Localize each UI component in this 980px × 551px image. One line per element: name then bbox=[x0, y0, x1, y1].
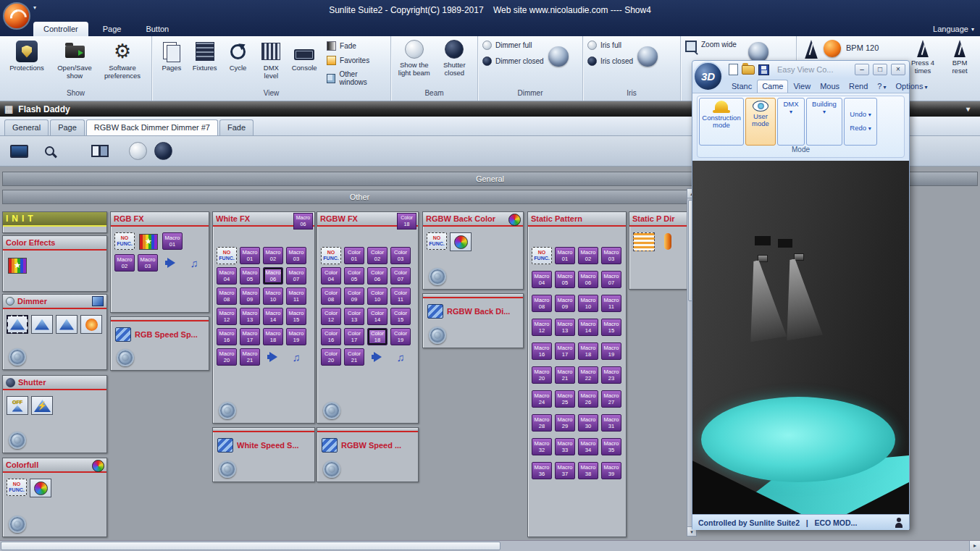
maximize-button[interactable]: □ bbox=[873, 64, 887, 75]
preset-button[interactable]: Macro10 bbox=[578, 295, 598, 312]
pages-button[interactable]: Pages bbox=[156, 38, 187, 72]
dmx-menu-button[interactable]: DMX ▾ bbox=[777, 98, 805, 146]
preset-button[interactable]: Macro16 bbox=[532, 342, 552, 360]
preset-button[interactable]: Macro11 bbox=[601, 295, 621, 312]
preset-button[interactable]: Macro02 bbox=[578, 247, 598, 264]
preset-button[interactable]: Color16 bbox=[321, 328, 341, 345]
tab-mouse[interactable]: Mous bbox=[816, 80, 844, 93]
music-button[interactable]: ♫ bbox=[286, 348, 306, 366]
tab-rgbw-back-dimmer[interactable]: RGBW Back Dimmer Dimmer #7 bbox=[86, 119, 218, 135]
sun-button[interactable] bbox=[80, 315, 102, 334]
dimmer-knob[interactable] bbox=[548, 46, 569, 67]
preset-button[interactable]: Color07 bbox=[390, 267, 411, 285]
preset-button[interactable]: Macro02 bbox=[263, 247, 283, 264]
no-func-button[interactable]: NOFUNC. bbox=[217, 247, 237, 264]
no-func-button[interactable]: NOFUNC. bbox=[7, 479, 27, 496]
scroll-right-button[interactable]: ▸ bbox=[969, 541, 980, 551]
speaker-button[interactable] bbox=[367, 348, 388, 366]
preset-button[interactable]: Macro34 bbox=[578, 438, 598, 455]
preset-button[interactable]: Macro08 bbox=[532, 295, 552, 312]
chevron-down-icon[interactable]: ▾ bbox=[966, 105, 976, 113]
rainbow-button[interactable] bbox=[7, 256, 28, 275]
preset-button[interactable]: Macro28 bbox=[532, 414, 552, 432]
preset-button[interactable]: Macro01 bbox=[162, 232, 183, 250]
section-bar-other[interactable]: Other bbox=[2, 190, 717, 204]
preset-button[interactable]: Macro05 bbox=[240, 267, 260, 285]
shutter-closed-button[interactable]: Shutter closed bbox=[437, 40, 472, 77]
tab-view[interactable]: View bbox=[789, 80, 815, 93]
preset-button[interactable]: Macro15 bbox=[286, 308, 306, 325]
dial-knob[interactable] bbox=[117, 349, 134, 366]
preset-button[interactable]: Color10 bbox=[367, 287, 388, 305]
zoom-knob[interactable] bbox=[748, 42, 768, 62]
color-button[interactable] bbox=[30, 479, 51, 497]
magnifier-button[interactable] bbox=[38, 140, 61, 163]
user-mode-button[interactable]: User mode bbox=[745, 98, 776, 146]
bolt-button[interactable]: ⚡ bbox=[31, 396, 53, 415]
preset-button[interactable]: Macro31 bbox=[601, 414, 621, 432]
3d-viewport[interactable] bbox=[692, 161, 909, 514]
preset-button[interactable]: Color05 bbox=[344, 267, 364, 285]
tab-general[interactable]: General bbox=[4, 119, 49, 135]
preset-button[interactable]: Macro10 bbox=[263, 287, 283, 305]
preset-button[interactable]: Macro37 bbox=[555, 462, 575, 479]
tab-page[interactable]: Page bbox=[93, 22, 132, 36]
preset-button[interactable]: Color09 bbox=[344, 287, 364, 305]
music-button[interactable]: ♫ bbox=[390, 348, 411, 366]
preset-button[interactable]: Macro01 bbox=[555, 247, 575, 264]
app-logo-icon[interactable] bbox=[3, 2, 30, 30]
preset-button[interactable]: Macro17 bbox=[555, 342, 575, 360]
close-button[interactable]: × bbox=[891, 64, 905, 75]
preset-button[interactable]: Color12 bbox=[321, 308, 341, 325]
tab-page2[interactable]: Page bbox=[50, 119, 85, 135]
dial-knob[interactable] bbox=[323, 402, 340, 419]
easy-view-3d-logo[interactable]: 3D bbox=[693, 62, 723, 91]
language-menu[interactable]: Language▾ bbox=[933, 25, 974, 33]
preset-button[interactable]: Macro24 bbox=[532, 390, 552, 408]
no-func-button[interactable]: NOFUNC. bbox=[321, 247, 341, 264]
preset-button[interactable]: Macro03 bbox=[138, 254, 158, 272]
preset-button[interactable]: Macro07 bbox=[601, 271, 621, 288]
speaker-button[interactable] bbox=[161, 254, 181, 272]
light-fixture[interactable] bbox=[794, 253, 804, 261]
open-save-show-button[interactable]: Open/Save show bbox=[52, 38, 97, 80]
preset-button[interactable]: Color17 bbox=[344, 328, 364, 345]
bpm-ball-icon[interactable] bbox=[824, 40, 841, 57]
preset-button[interactable]: Color02 bbox=[367, 247, 388, 264]
preset-button[interactable]: Color14 bbox=[367, 308, 388, 325]
preset-button[interactable]: Macro19 bbox=[286, 328, 306, 345]
preset-button[interactable]: Macro32 bbox=[532, 438, 552, 455]
dial-knob[interactable] bbox=[429, 268, 446, 285]
preset-button[interactable]: Macro14 bbox=[263, 308, 283, 325]
preset-button[interactable]: Macro38 bbox=[578, 462, 598, 479]
preset-button[interactable]: Macro30 bbox=[578, 414, 598, 432]
chevron-down-icon[interactable]: ▾ bbox=[33, 4, 36, 11]
dial-knob[interactable] bbox=[429, 327, 446, 344]
rainbow-button[interactable] bbox=[138, 232, 159, 251]
music-button[interactable]: ♫ bbox=[184, 254, 204, 272]
preset-button[interactable]: Macro06 bbox=[578, 271, 598, 288]
preset-button[interactable]: Macro33 bbox=[555, 438, 575, 455]
new-document-button[interactable] bbox=[729, 64, 738, 75]
shutter-off-button[interactable]: OFF bbox=[7, 396, 28, 415]
screen-view-button[interactable] bbox=[7, 140, 30, 163]
preset-button[interactable]: Color03 bbox=[390, 247, 411, 264]
horizontal-scrollbar[interactable]: ▸ bbox=[0, 540, 980, 551]
preset-button[interactable]: Color13 bbox=[344, 308, 364, 325]
preset-button[interactable]: Macro23 bbox=[601, 366, 621, 384]
speaker-button[interactable] bbox=[263, 348, 283, 366]
dial-knob[interactable] bbox=[9, 432, 26, 449]
preset-button[interactable]: Macro09 bbox=[240, 287, 260, 305]
dim-triangle-button[interactable] bbox=[31, 315, 53, 334]
preset-button[interactable]: Macro21 bbox=[555, 366, 575, 384]
favorites-toggle[interactable]: Favorites bbox=[327, 56, 385, 65]
color-button[interactable] bbox=[450, 232, 472, 251]
stripes-button[interactable] bbox=[633, 232, 655, 251]
preset-button[interactable]: Macro39 bbox=[601, 462, 621, 479]
preset-button[interactable]: Macro03 bbox=[601, 247, 621, 264]
preset-button[interactable]: Macro08 bbox=[217, 287, 237, 305]
dial-knob[interactable] bbox=[9, 516, 26, 533]
iris-knob[interactable] bbox=[637, 46, 658, 67]
preset-button[interactable]: Macro11 bbox=[286, 287, 306, 305]
preset-button[interactable]: Macro12 bbox=[532, 319, 552, 336]
